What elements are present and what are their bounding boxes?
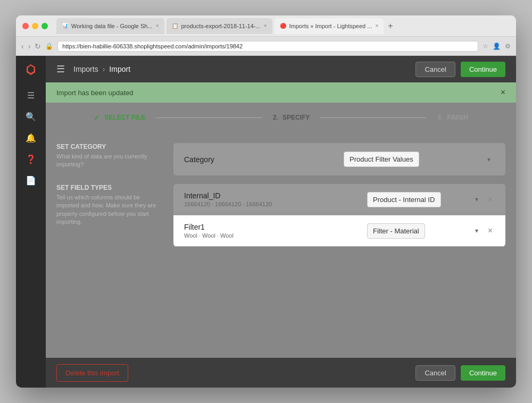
set-field-types-desc: Tell us which columns should be imported… <box>56 194 163 226</box>
category-label: Category <box>184 155 335 164</box>
traffic-lights <box>22 23 48 29</box>
sidebar-item-documents[interactable]: 📄 <box>21 171 40 190</box>
step-line-1 <box>156 117 262 118</box>
bookmark-icon[interactable]: ☆ <box>483 43 488 50</box>
step-label: SELECT FILE <box>104 114 145 121</box>
sidebar-item-menu[interactable]: ☰ <box>21 86 40 105</box>
step-select-file: ✓ SELECT FILE <box>94 113 145 122</box>
field-select-wrap-filter1: Filter - Material Filter - Color Filter … <box>367 223 495 239</box>
extensions-icon[interactable]: ⚙ <box>505 43 511 50</box>
breadcrumb-separator: › <box>103 65 105 73</box>
notification-close-button[interactable]: × <box>501 88 505 97</box>
notification-message: Import has been updated <box>56 89 134 97</box>
set-category-title: SET CATEGORY <box>56 143 163 150</box>
tab-imports[interactable]: 🔴 Imports » Import - Lightspeed ... × <box>275 18 384 34</box>
field-values-filter1: Wool · Wool · Wool <box>184 232 359 239</box>
app-body: ☰ 🔍 🔔 ❓ 📄 ☰ Imports › Import Cancel Cont… <box>16 56 516 388</box>
delete-import-button[interactable]: Delete this import <box>56 364 128 382</box>
step-check-icon: ✓ <box>94 113 100 122</box>
field-name-internal-id: Internal_ID <box>184 191 359 200</box>
set-field-types-label-area: SET FIELD TYPES Tell us which columns sh… <box>56 184 163 226</box>
set-category-section: SET CATEGORY What kind of data are you c… <box>56 143 505 175</box>
set-field-types-card: Internal_ID 16664120 · 16664120 · 166641… <box>173 184 505 247</box>
internal-id-remove-button[interactable]: × <box>486 194 495 205</box>
field-info-internal-id: Internal_ID 16664120 · 16664120 · 166641… <box>184 191 359 207</box>
field-row-internal-id: Internal_ID 16664120 · 16664120 · 166641… <box>173 184 505 215</box>
top-bar-actions: Cancel Continue <box>415 62 505 77</box>
tab-close-icon[interactable]: × <box>264 23 267 29</box>
step-number-2: 2. <box>273 114 278 121</box>
bottom-actions: Cancel Continue <box>415 365 505 381</box>
spreadsheet-icon: 📊 <box>62 23 68 29</box>
step-finish: 3. FINISH <box>437 114 468 121</box>
category-row: Category Product Filter Values Products … <box>173 143 505 175</box>
step-line-2 <box>320 117 427 118</box>
bottom-bar: Delete this import Cancel Continue <box>46 358 516 388</box>
field-info-filter1: Filter1 Wool · Wool · Wool <box>184 223 359 239</box>
main-content: ☰ Imports › Import Cancel Continue Impor… <box>46 56 516 388</box>
tab-close-icon[interactable]: × <box>375 23 378 29</box>
set-field-types-section: SET FIELD TYPES Tell us which columns sh… <box>56 184 505 247</box>
address-input[interactable] <box>57 41 478 52</box>
header-continue-button[interactable]: Continue <box>461 62 505 77</box>
profile-icon[interactable]: 👤 <box>493 43 501 50</box>
minimize-button[interactable] <box>32 23 38 29</box>
tab-spreadsheet[interactable]: 📊 Working data file - Google Sh... × <box>56 18 164 34</box>
sidebar-logo <box>21 60 40 79</box>
internal-id-select-wrapper: Product - Internal ID Product - Name Pro… <box>367 192 483 207</box>
breadcrumb-current: Import <box>109 65 130 73</box>
refresh-button[interactable]: ↻ <box>35 42 41 51</box>
app-window: 📊 Working data file - Google Sh... × 📋 p… <box>16 15 516 388</box>
breadcrumb: Imports › Import <box>73 65 130 73</box>
filter1-select-wrapper: Filter - Material Filter - Color Filter … <box>367 223 483 239</box>
new-tab-button[interactable]: + <box>386 21 395 31</box>
set-field-types-title: SET FIELD TYPES <box>56 184 163 191</box>
footer-cancel-button[interactable]: Cancel <box>415 365 455 381</box>
lightspeed-icon: 🔴 <box>280 23 286 29</box>
category-select-wrapper: Product Filter Values Products Categorie… <box>344 152 495 167</box>
set-category-desc: What kind of data are you currently impo… <box>56 153 163 169</box>
tabs-bar: 📊 Working data file - Google Sh... × 📋 p… <box>56 18 510 34</box>
csv-icon: 📋 <box>172 23 178 29</box>
tab-label: products-export-2018-11-14-... <box>181 23 261 29</box>
step-specify: 2. SPECIFY <box>273 114 310 121</box>
step-number-3: 3. <box>437 114 443 121</box>
filter1-select[interactable]: Filter - Material Filter - Color Filter … <box>367 223 425 239</box>
field-select-wrap-internal-id: Product - Internal ID Product - Name Pro… <box>367 192 495 207</box>
tab-products-export[interactable]: 📋 products-export-2018-11-14-... × <box>167 18 272 34</box>
title-bar: 📊 Working data file - Google Sh... × 📋 p… <box>16 15 516 37</box>
lock-icon: 🔒 <box>45 43 53 50</box>
step-label: SPECIFY <box>282 114 310 121</box>
field-row-filter1: Filter1 Wool · Wool · Wool Filter - Mate… <box>173 215 505 247</box>
step-label: FINISH <box>447 114 468 121</box>
category-select[interactable]: Product Filter Values Products Categorie… <box>344 152 419 167</box>
tab-label: Imports » Import - Lightspeed ... <box>289 23 372 29</box>
breadcrumb-parent[interactable]: Imports <box>73 65 98 73</box>
field-rows: Internal_ID 16664120 · 16664120 · 166641… <box>173 184 505 247</box>
brand-logo-icon <box>24 63 37 76</box>
field-values-internal-id: 16664120 · 16664120 · 16664120 <box>184 201 359 207</box>
back-button[interactable]: ‹ <box>21 42 24 51</box>
field-name-filter1: Filter1 <box>184 223 359 231</box>
set-category-label-area: SET CATEGORY What kind of data are you c… <box>56 143 163 169</box>
stepper: ✓ SELECT FILE 2. SPECIFY 3. FINISH <box>46 103 516 132</box>
hamburger-button[interactable]: ☰ <box>56 63 65 75</box>
tab-close-icon[interactable]: × <box>156 23 159 29</box>
header-cancel-button[interactable]: Cancel <box>415 62 455 77</box>
forward-button[interactable]: › <box>28 42 31 51</box>
close-button[interactable] <box>22 23 29 29</box>
internal-id-select[interactable]: Product - Internal ID Product - Name Pro… <box>367 192 441 207</box>
main-scroll-area: SET CATEGORY What kind of data are you c… <box>46 132 516 358</box>
footer-continue-button[interactable]: Continue <box>461 365 505 381</box>
address-bar: ‹ › ↻ 🔒 ☆ 👤 ⚙ <box>16 37 516 56</box>
set-category-card: Category Product Filter Values Products … <box>173 143 505 175</box>
sidebar: ☰ 🔍 🔔 ❓ 📄 <box>16 56 46 388</box>
sidebar-item-help[interactable]: ❓ <box>21 149 40 169</box>
sidebar-item-search[interactable]: 🔍 <box>21 107 40 126</box>
notification-bar: Import has been updated × <box>46 82 516 103</box>
filter1-remove-button[interactable]: × <box>486 225 495 237</box>
sidebar-item-notifications[interactable]: 🔔 <box>21 128 40 147</box>
tab-label: Working data file - Google Sh... <box>71 23 153 29</box>
maximize-button[interactable] <box>41 23 48 29</box>
app-top-bar: ☰ Imports › Import Cancel Continue <box>46 56 516 82</box>
